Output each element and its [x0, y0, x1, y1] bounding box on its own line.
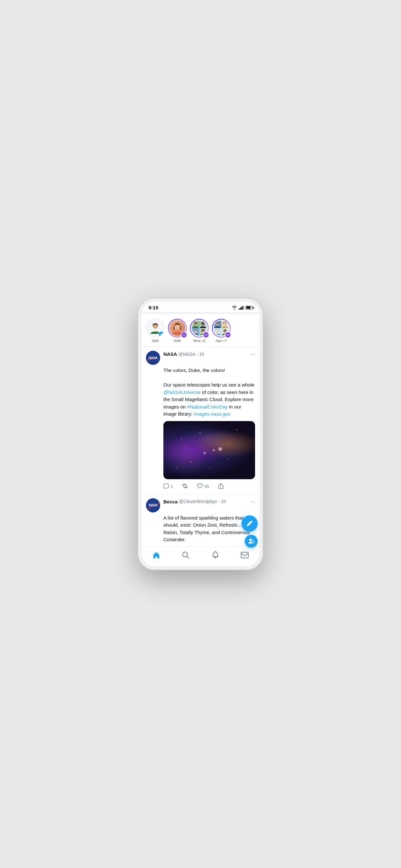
jasi-badge — [225, 332, 231, 338]
jasi-ring — [212, 319, 230, 337]
holli-badge — [181, 332, 187, 338]
space-nebula-image — [163, 421, 255, 479]
vera-ring — [190, 319, 209, 337]
svg-point-30 — [228, 335, 229, 336]
search-svg — [182, 552, 189, 559]
becca-tweet-text: A list of flavored sparkling waters that… — [163, 515, 253, 542]
holli-label: Holli — [174, 339, 181, 343]
compose-fab[interactable] — [242, 516, 258, 531]
home-icon — [152, 552, 160, 561]
svg-point-8 — [185, 335, 186, 336]
nav-home[interactable] — [149, 550, 163, 562]
svg-point-18 — [206, 335, 207, 336]
nasa-avatar[interactable]: NASA — [146, 351, 160, 365]
svg-point-31 — [183, 552, 188, 557]
svg-point-6 — [182, 335, 183, 336]
nasa-name[interactable]: NASA — [163, 351, 177, 357]
retweet-svg — [182, 484, 188, 488]
reply-icon — [163, 484, 169, 490]
scroll-hint — [142, 312, 259, 315]
nasa-more-button[interactable]: ··· — [250, 351, 255, 358]
home-svg — [152, 552, 160, 559]
status-icons — [232, 306, 252, 310]
nasa-hashtag[interactable]: #NationalColorDay — [187, 404, 227, 409]
status-bar: 9:15 — [142, 302, 259, 312]
dots-icon-vera — [204, 333, 208, 337]
share-svg — [218, 483, 223, 489]
reply-action[interactable]: 1 — [163, 484, 173, 490]
retweet-icon — [182, 484, 188, 490]
becca-tweet-meta: Becca @CleverWordplayr · 1h ··· — [163, 498, 255, 505]
jasi-a2 — [221, 321, 228, 328]
nasa-logo-text: NASA — [149, 356, 157, 360]
nasa-mention[interactable]: @NASAUniverse — [163, 390, 201, 395]
phone-screen: 9:15 — [142, 302, 259, 566]
dots-icon — [182, 333, 186, 337]
nav-search[interactable] — [179, 550, 193, 562]
nasa-tweet-image[interactable] — [163, 421, 255, 479]
bottom-nav — [142, 547, 259, 566]
people-fab[interactable] — [245, 535, 258, 548]
story-item-add[interactable]: + Add — [146, 319, 165, 343]
fab-area — [242, 516, 258, 548]
app-content[interactable]: + Add — [142, 312, 259, 547]
stories-bar[interactable]: + Add — [142, 315, 259, 347]
add-story-label: Add — [152, 339, 158, 343]
vera-badge — [203, 332, 209, 338]
dots-icon-jasi — [226, 333, 229, 337]
becca-avatar[interactable]: NASA — [146, 498, 160, 513]
svg-point-29 — [227, 335, 228, 336]
signal-icon — [239, 306, 243, 310]
people-icon — [248, 538, 254, 545]
svg-point-7 — [184, 335, 185, 336]
status-time: 9:15 — [149, 305, 158, 310]
mail-icon — [241, 552, 249, 560]
becca-tweet-header: NASA Becca @CleverWordplayr · 1h ··· — [146, 498, 255, 513]
story-item-vera[interactable]: Vera +2 — [190, 319, 209, 343]
becca-name[interactable]: Becca — [163, 499, 178, 504]
vera-label: Vera +2 — [193, 339, 205, 343]
nasa-link[interactable]: images.nasa.gov — [194, 411, 230, 416]
share-icon — [218, 483, 223, 490]
share-action[interactable] — [218, 483, 223, 490]
nasa-time: · 1h — [197, 352, 204, 357]
nav-notifications[interactable] — [208, 550, 222, 562]
nasa-handle: @NASA — [179, 352, 195, 357]
jasi-a3 — [214, 328, 221, 336]
becca-handle: @CleverWordplayr — [179, 499, 217, 504]
becca-tweet-user: Becca @CleverWordplayr · 1h — [163, 499, 226, 504]
svg-rect-0 — [239, 308, 240, 310]
becca-more-button[interactable]: ··· — [250, 498, 255, 505]
like-icon — [197, 484, 203, 490]
compose-icon — [246, 520, 253, 527]
holli-ring — [168, 319, 187, 337]
svg-point-19 — [207, 335, 208, 336]
add-story-avatar[interactable]: + — [146, 319, 165, 337]
jasi-a1 — [214, 321, 221, 328]
story-item-holli[interactable]: Holli — [168, 319, 187, 343]
like-count: 55 — [204, 484, 209, 489]
svg-rect-33 — [241, 552, 248, 558]
mail-svg — [241, 552, 249, 558]
jasi-label: Jasi +7 — [215, 339, 227, 343]
bell-svg — [212, 551, 219, 559]
vera-avatar1 — [192, 321, 199, 328]
nav-messages[interactable] — [238, 550, 252, 562]
svg-rect-1 — [240, 307, 241, 310]
retweet-action[interactable] — [182, 484, 188, 490]
becca-tweet-body: A list of flavored sparkling waters that… — [146, 515, 255, 544]
vera-avatar3 — [192, 328, 199, 336]
nasa-tweet-header: NASA NASA @NASA · 1h ··· — [146, 351, 255, 365]
svg-point-17 — [204, 335, 205, 336]
reply-svg — [163, 484, 169, 489]
like-action[interactable]: 55 — [197, 484, 209, 490]
nebula-overlay — [163, 421, 255, 479]
story-item-jasi[interactable]: Jasi +7 — [212, 319, 230, 343]
like-svg — [197, 484, 203, 489]
battery-icon — [245, 306, 252, 310]
svg-rect-2 — [242, 306, 243, 310]
phone-frame: 9:15 — [137, 298, 264, 570]
reply-count: 1 — [171, 484, 173, 489]
search-icon — [182, 552, 189, 561]
nasa-tweet-meta: NASA @NASA · 1h ··· — [163, 351, 255, 358]
